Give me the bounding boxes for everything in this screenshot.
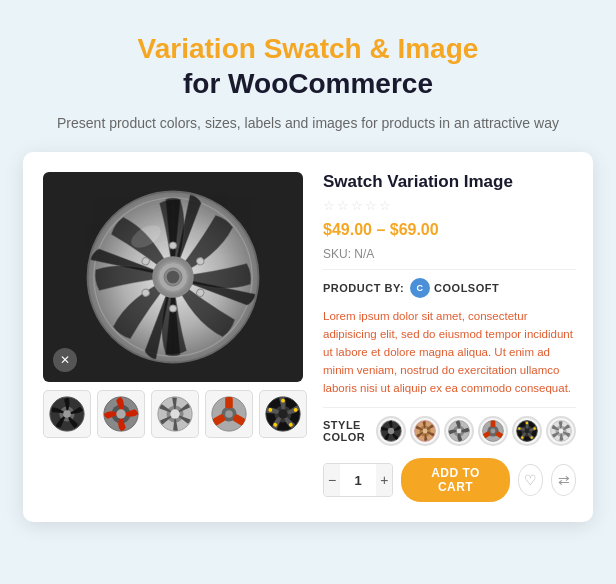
swatch-2-icon <box>413 419 437 443</box>
main-product-image: ✕ <box>43 172 303 382</box>
thumb-wheel-3 <box>156 395 194 433</box>
svg-point-6 <box>169 242 176 249</box>
svg-point-35 <box>278 410 288 420</box>
swatch-3[interactable] <box>444 416 474 446</box>
swatch-4-icon <box>481 419 505 443</box>
svg-point-57 <box>525 429 530 434</box>
heart-icon: ♡ <box>524 472 537 488</box>
star-3: ☆ <box>351 198 363 213</box>
quantity-control: − + <box>323 463 393 497</box>
product-images: ✕ <box>43 172 303 502</box>
svg-point-18 <box>116 410 126 420</box>
svg-point-37 <box>388 428 394 434</box>
thumbnail-4[interactable] <box>205 390 253 438</box>
sku-value: N/A <box>354 247 374 261</box>
svg-point-52 <box>526 422 528 424</box>
product-price: $49.00 – $69.00 <box>323 221 576 239</box>
svg-point-49 <box>491 429 496 434</box>
svg-point-21 <box>170 410 180 420</box>
thumbnail-3[interactable] <box>151 390 199 438</box>
svg-point-27 <box>225 411 233 419</box>
add-to-cart-button[interactable]: Add To Cart <box>401 458 509 502</box>
page-header: Variation Swatch & Image for WooCommerce… <box>37 0 579 152</box>
star-4: ☆ <box>365 198 377 213</box>
thumb-wheel-5 <box>264 395 302 433</box>
style-color-row: STYLE COLOR <box>323 416 576 446</box>
brand-name: COOLSOFT <box>434 282 499 294</box>
add-to-cart-row: − + Add To Cart ♡ ⇄ <box>323 458 576 502</box>
divider-1 <box>323 269 576 270</box>
star-1: ☆ <box>323 198 335 213</box>
swatch-4[interactable] <box>478 416 508 446</box>
svg-point-15 <box>63 411 71 419</box>
svg-point-60 <box>559 429 564 434</box>
close-icon: ✕ <box>60 353 70 367</box>
star-2: ☆ <box>337 198 349 213</box>
svg-rect-46 <box>491 421 496 427</box>
divider-2 <box>323 407 576 408</box>
coolsoft-icon: C <box>410 278 430 298</box>
swatch-2[interactable] <box>410 416 440 446</box>
wishlist-button[interactable]: ♡ <box>518 464 543 496</box>
wheel-svg <box>83 187 263 367</box>
swatch-1-icon <box>379 419 403 443</box>
product-card: ✕ <box>23 152 593 522</box>
sku-label: SKU: <box>323 247 351 261</box>
quantity-decrease-button[interactable]: − <box>324 464 340 496</box>
product-by-label: PRODUCT BY: <box>323 282 404 294</box>
swatch-5-icon <box>515 419 539 443</box>
thumbnail-row <box>43 390 303 438</box>
product-title: Swatch Variation Image <box>323 172 576 192</box>
thumb-wheel-1 <box>48 395 86 433</box>
thumb-wheel-2 <box>102 395 140 433</box>
product-description: Lorem ipsum dolor sit amet, consectetur … <box>323 308 576 397</box>
swatch-list <box>376 416 576 446</box>
product-by: PRODUCT BY: C COOLSOFT <box>323 278 576 298</box>
svg-point-40 <box>423 429 428 434</box>
thumbnail-5[interactable] <box>259 390 307 438</box>
thumb-wheel-4 <box>210 395 248 433</box>
star-5: ☆ <box>379 198 391 213</box>
quantity-increase-button[interactable]: + <box>376 464 392 496</box>
header-title-main: for WooCommerce <box>183 68 433 99</box>
compare-icon: ⇄ <box>558 472 570 488</box>
swatch-1[interactable] <box>376 416 406 446</box>
svg-rect-24 <box>225 397 233 408</box>
product-info: Swatch Variation Image ☆ ☆ ☆ ☆ ☆ $49.00 … <box>323 172 576 502</box>
thumbnail-2[interactable] <box>97 390 145 438</box>
swatch-6[interactable] <box>546 416 576 446</box>
close-button[interactable]: ✕ <box>53 348 77 372</box>
swatch-3-icon <box>447 419 471 443</box>
header-title: Variation Swatch & Image for WooCommerce <box>57 32 559 102</box>
quantity-input[interactable] <box>340 464 376 496</box>
swatch-5[interactable] <box>512 416 542 446</box>
star-rating: ☆ ☆ ☆ ☆ ☆ <box>323 198 576 213</box>
svg-point-43 <box>457 429 462 434</box>
swatch-6-icon <box>549 419 573 443</box>
thumbnail-1[interactable] <box>43 390 91 438</box>
description-text: Lorem ipsum dolor sit amet, consectetur … <box>323 310 573 393</box>
compare-button[interactable]: ⇄ <box>551 464 576 496</box>
coolsoft-logo: C COOLSOFT <box>410 278 499 298</box>
svg-point-5 <box>167 271 180 284</box>
product-sku: SKU: N/A <box>323 247 576 261</box>
header-subtitle: Present product colors, sizes, labels an… <box>57 112 559 134</box>
style-color-label: STYLE COLOR <box>323 419 366 443</box>
svg-point-30 <box>281 399 285 403</box>
svg-point-9 <box>169 305 176 312</box>
header-title-highlight: Variation Swatch & Image <box>138 33 479 64</box>
